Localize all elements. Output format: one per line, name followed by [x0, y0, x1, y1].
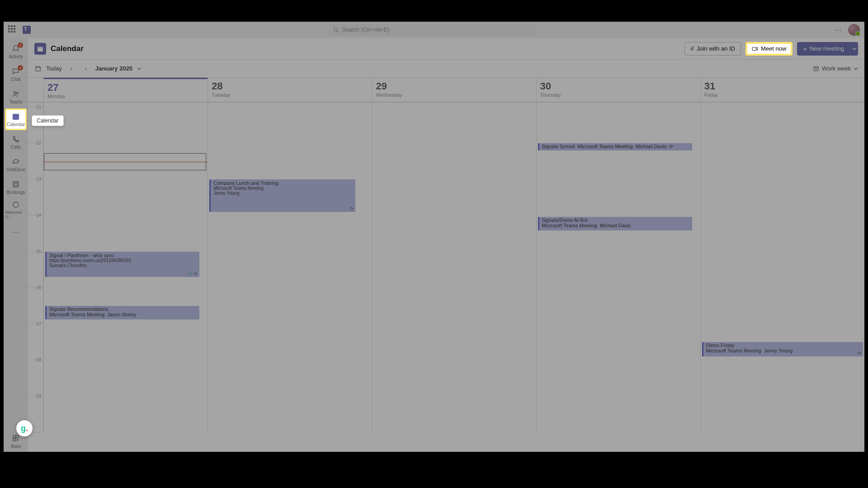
rail-label: Welcome G... [5, 210, 27, 219]
rail-onedrive[interactable]: OneDrive [5, 154, 27, 175]
event-meta: Microsoft Teams Meeting [542, 223, 597, 228]
event-organizer: Jenny Young [764, 348, 793, 353]
join-with-id-button[interactable]: # Join with an ID [684, 42, 741, 56]
recurring-icon: ⟳ [350, 206, 354, 211]
event-demo-friday[interactable]: Demo Friday Microsoft Teams Meeting Jenn… [702, 342, 863, 357]
rail-bookings[interactable]: Bookings [5, 176, 27, 198]
day-number: 31 [704, 80, 861, 92]
activity-badge: 1 [18, 42, 23, 48]
search-input[interactable]: Search (Ctrl+Alt+E) [329, 24, 537, 36]
day-header-tuesday[interactable]: 28 Tuesday [208, 78, 372, 102]
day-column-thursday[interactable]: Signals School Microsoft Teams Meeting M… [536, 103, 700, 432]
view-selector[interactable]: Work week [813, 65, 858, 72]
calendar-app-icon [34, 43, 46, 55]
calendar-toolbar: Today ‹ › January 2025 Work week [28, 60, 864, 78]
chevron-down-icon[interactable] [137, 66, 142, 71]
day-header-thursday[interactable]: 30 Thursday [536, 78, 700, 102]
svg-rect-16 [814, 66, 819, 70]
event-organizer: Michael Davis [600, 223, 631, 228]
button-label: Meet now [761, 45, 786, 52]
now-indicator [44, 162, 208, 162]
event-meta: Microsoft Teams Meeting [213, 186, 353, 191]
grammarly-widget[interactable]: g [16, 420, 33, 436]
svg-rect-7 [14, 183, 17, 186]
svg-point-8 [13, 202, 19, 207]
svg-rect-11 [13, 438, 15, 441]
page-title: Calendar [51, 44, 84, 53]
rail-calendar[interactable]: Calendar Calendar [5, 108, 27, 130]
svg-rect-14 [752, 47, 756, 50]
hour-label: 13 [28, 177, 43, 182]
svg-rect-9 [13, 436, 15, 438]
hour-label: 16 [28, 285, 43, 290]
new-meeting-dropdown[interactable] [850, 42, 858, 56]
event-meta: Microsoft Teams Meeting [578, 144, 633, 149]
hour-label: 15 [28, 249, 43, 254]
day-header-friday[interactable]: 31 Friday [700, 78, 864, 102]
chat-badge: 2 [18, 65, 23, 70]
calendar-tooltip: Calendar [32, 115, 64, 126]
apps-icon [11, 434, 20, 443]
rail-chat[interactable]: 2 Chat [5, 63, 27, 85]
more-options-icon[interactable]: ⋯ [835, 26, 842, 34]
day-column-tuesday[interactable]: Company Lunch and Training Microsoft Tea… [208, 103, 372, 432]
event-title: Signals/Domo AI Bot [542, 217, 588, 223]
day-name: Wednesday [376, 92, 532, 98]
today-icon [34, 65, 42, 72]
phone-icon [11, 135, 20, 144]
rail-activity[interactable]: 1 Activity [5, 41, 27, 62]
time-grid[interactable]: 11 12 13 14 15 16 17 18 19 Signal / Pant… [28, 103, 864, 432]
rail-more[interactable]: ⋯ [5, 221, 27, 243]
event-signal-pantheon[interactable]: Signal / Pantheon - wkly sync https://pa… [45, 252, 199, 277]
day-name: Friday [704, 92, 861, 98]
meet-now-button[interactable]: Meet now [745, 42, 793, 56]
event-signals-school[interactable]: Signals School Microsoft Teams Meeting M… [538, 143, 692, 150]
rail-welcome[interactable]: Welcome G... [5, 199, 27, 221]
rail-label: Apps [11, 444, 21, 449]
rail-label: Calendar [7, 122, 25, 127]
event-title: Signals School [542, 144, 575, 149]
event-signals-recommendations[interactable]: Signals Recommendations Microsoft Teams … [45, 306, 199, 319]
day-column-monday[interactable]: Signal / Pantheon - wkly sync https://pa… [43, 103, 208, 432]
more-icon: ⋯ [11, 227, 20, 236]
new-meeting-button[interactable]: + New meeting [797, 42, 850, 56]
event-organizer: Jason Storey [107, 312, 136, 317]
event-signals-domo[interactable]: Signals/Domo AI Bot Microsoft Teams Meet… [538, 217, 692, 230]
rail-label: Chat [11, 77, 20, 82]
event-meta: Microsoft Teams Meeting [706, 348, 761, 353]
app-icon [11, 200, 20, 209]
page-header: Calendar # Join with an ID Meet now + Ne… [28, 38, 864, 60]
day-column-friday[interactable]: Demo Friday Microsoft Teams Meeting Jenn… [700, 103, 864, 432]
chevron-down-icon [854, 66, 858, 71]
main-content: Calendar # Join with an ID Meet now + Ne… [28, 38, 864, 452]
rail-label: OneDrive [6, 167, 25, 172]
day-headers: 27 Monday 28 Tuesday 29 Wednesday 30 Thu… [28, 78, 864, 103]
day-column-wednesday[interactable] [372, 103, 536, 432]
user-avatar[interactable] [848, 24, 860, 36]
date-range-label[interactable]: January 2025 [95, 65, 132, 72]
hour-label: 12 [28, 141, 43, 145]
rail-calls[interactable]: Calls [5, 131, 27, 153]
hour-label: 17 [28, 321, 43, 326]
button-label: Join with an ID [697, 45, 735, 52]
app-launcher-icon[interactable] [8, 25, 17, 34]
new-meeting-split-button[interactable]: + New meeting [797, 42, 858, 56]
hour-label: 14 [28, 213, 43, 218]
hour-label: 19 [28, 394, 43, 399]
hash-icon: # [690, 45, 693, 52]
calendar-grid-icon [813, 66, 819, 72]
recurring-icon: ⟳ [858, 351, 861, 356]
today-button[interactable]: Today [46, 65, 62, 72]
hour-label: 11 [28, 104, 43, 109]
view-label: Work week [822, 65, 851, 72]
prev-week-button[interactable]: ‹ [66, 64, 76, 74]
rail-teams[interactable]: Teams [5, 86, 27, 108]
day-header-wednesday[interactable]: 29 Wednesday [372, 78, 536, 102]
svg-rect-5 [13, 114, 19, 115]
next-week-button[interactable]: › [81, 64, 91, 74]
search-icon [333, 27, 339, 33]
day-header-monday[interactable]: 27 Monday [43, 78, 208, 102]
event-company-lunch[interactable]: Company Lunch and Training Microsoft Tea… [209, 179, 355, 212]
time-column: 11 12 13 14 15 16 17 18 19 [28, 103, 43, 432]
svg-point-2 [14, 91, 16, 94]
